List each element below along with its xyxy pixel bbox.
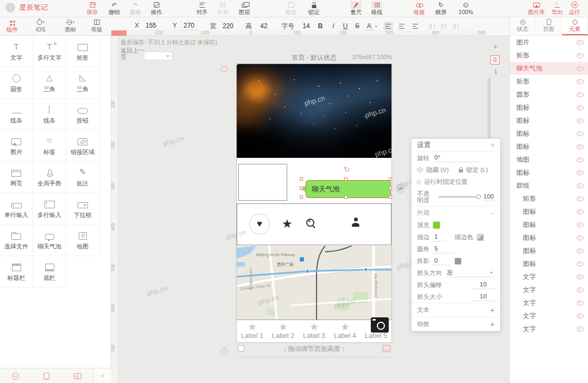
component-file[interactable]: 选择文件 [0,225,33,256]
selection-handle[interactable] [389,177,392,181]
fixed-position-toggle[interactable]: 运行时固定位置 [424,178,468,186]
library-tab-0[interactable]: 组件 [7,18,18,34]
component-vline[interactable]: 线条 [33,99,66,130]
library-tab-3[interactable]: 母版 [91,18,103,34]
person-icon[interactable] [351,218,360,227]
visibility-eye-icon[interactable] [577,144,583,149]
gallery-button[interactable]: 图片库 [528,1,545,16]
distribute-button[interactable]: 分布 [217,1,229,16]
component-multitext[interactable]: T多行文字 [33,36,66,67]
component-tri2[interactable]: ◺三角 [66,67,99,99]
valign-bottom-button[interactable] [451,22,460,31]
element-row[interactable]: 地图 [510,153,588,166]
component-note[interactable]: ✎批注 [66,162,99,193]
redo-button[interactable]: ↷重做 [130,1,141,16]
component-text[interactable]: T文字 [0,36,33,67]
component-input1[interactable]: 单行输入 [0,193,33,225]
visibility-eye-icon[interactable] [577,248,583,253]
page-height-divider[interactable] [237,357,393,358]
prop-input[interactable]: 270 [180,22,198,30]
stroke-color-swatch[interactable] [477,234,484,241]
component-tag[interactable]: ☆标签 [33,130,66,162]
run-button[interactable]: 运行 [569,1,580,16]
visibility-eye-icon[interactable] [577,313,583,318]
page-help-badge-icon[interactable]: ? [221,348,227,354]
arrow-offset-input[interactable]: 10 [472,280,495,289]
visibility-eye-icon[interactable] [577,222,583,227]
element-row[interactable]: 图标 [510,166,588,179]
widgets-icon[interactable] [12,372,19,380]
visibility-eye-icon[interactable] [577,300,583,305]
heart-circle-icon[interactable]: ♥ [249,214,270,234]
empty-rectangle[interactable] [238,164,287,201]
map-widget[interactable]: Beijing North Railway 西环广场 Gzhauan Outer… [237,246,391,320]
element-row[interactable]: 圆形 [510,88,588,101]
element-row[interactable]: 群组 [510,179,588,192]
selection-handle[interactable] [300,195,303,199]
landscape-button[interactable]: ↻横屏 [435,1,447,16]
rotate-input[interactable]: 0° [433,154,479,162]
export-button[interactable]: 导出 [552,1,563,16]
operations-button[interactable]: 操作 [151,1,162,16]
element-row[interactable]: 图标 [510,101,588,114]
font-color-caret-icon[interactable]: ▾ [375,24,377,29]
selection-handle[interactable] [300,177,303,181]
layers-button[interactable]: 图层 [239,1,250,16]
element-row[interactable]: 图片 [510,36,588,49]
component-circle[interactable]: 圆形 [0,67,33,99]
lock-button[interactable]: 锁定 [308,1,320,16]
selection-handle[interactable] [389,187,392,190]
close-icon[interactable]: × [490,141,495,149]
component-mapicon[interactable]: 地图 [66,225,99,256]
collapse-sidebar-button[interactable]: ‹ [93,368,111,383]
tab-item-2[interactable]: ★Label 2 [268,320,299,343]
state-0-button[interactable]: 0 [490,55,500,65]
visibility-eye-icon[interactable] [577,66,583,71]
icon-group-box[interactable]: ♥ ★ [237,203,391,245]
italic-button[interactable]: I [329,22,338,30]
tab-item-1[interactable]: ★Label 1 [237,320,268,343]
visibility-eye-icon[interactable] [577,326,583,331]
opacity-slider-knob[interactable] [476,194,481,199]
element-row[interactable]: 图标 [510,244,588,257]
component-rect[interactable]: 矩形 [66,36,99,67]
component-hline[interactable]: 线条 [0,99,33,130]
element-row[interactable]: 图标 [510,127,588,140]
group-button[interactable]: 组合 [286,1,297,16]
tab-item-4[interactable]: ★Label 4 [330,320,361,343]
hero-image[interactable] [237,64,391,158]
component-gesture[interactable]: 全局手势 [33,162,66,193]
prop-input[interactable]: 42 [255,22,273,31]
visibility-eye-icon[interactable] [577,183,583,188]
visibility-eye-icon[interactable] [577,157,583,162]
component-btnshape[interactable]: 按钮 [66,99,99,130]
element-row[interactable]: 文字 [510,270,588,283]
element-row[interactable]: 文字 [510,322,588,335]
selection-handle[interactable] [389,195,392,199]
page-state-badge-icon[interactable]: ◦ [221,66,227,72]
element-row[interactable]: 聊天气泡 [510,62,588,75]
add-motion-button[interactable]: + [490,320,495,329]
component-dropdown[interactable]: 下拉框 [66,193,99,225]
strikethrough-button[interactable]: S [353,22,362,30]
star-icon[interactable]: ★ [282,217,293,231]
opacity-input[interactable]: 100 [482,193,495,201]
link-handle-icon[interactable] [396,184,405,193]
bold-button[interactable]: B [316,22,325,30]
zoom-button[interactable]: 100% [459,1,473,15]
visibility-eye-icon[interactable] [577,235,583,240]
component-titlebar[interactable]: 标题栏 [0,256,33,288]
align-button[interactable]: 对齐 [197,1,208,16]
hide-toggle[interactable]: 隐藏 (V) [426,166,449,174]
component-input2[interactable]: 多行输入 [33,193,66,225]
component-web[interactable]: 网页 [0,162,33,193]
library-tab-1[interactable]: ▾iOS [36,18,46,33]
element-row[interactable]: 图标 [510,114,588,127]
component-bubble[interactable]: 聊天气泡 [33,225,66,256]
gridlines-button[interactable]: 格线 [371,1,383,16]
component-tri[interactable]: △三角 [33,67,66,99]
tab-页面[interactable]: 页面 [536,17,562,35]
visibility-eye-icon[interactable] [577,274,583,279]
visibility-eye-icon[interactable] [577,79,583,84]
drag-height-hint[interactable]: ↓ 拖动调节页面高度 ↑ [236,344,392,354]
